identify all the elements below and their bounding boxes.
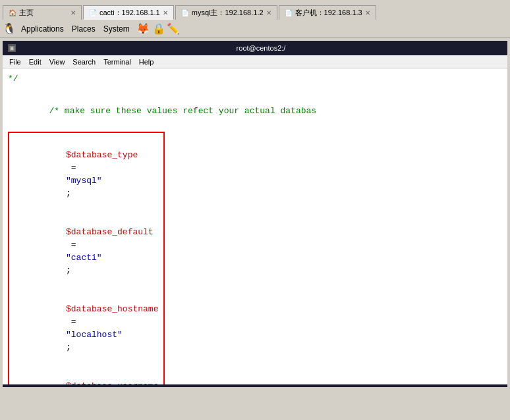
tab-bar: 🏠 主页 ✕ 📄 cacti：192.168.1.1 ✕ 📄 mysql主：19… bbox=[0, 0, 510, 20]
file-menu[interactable]: File bbox=[5, 58, 25, 66]
tab-client[interactable]: 📄 客户机：192.168.1.3 ✕ bbox=[279, 5, 376, 20]
terminal-content: */ /* make sure these values refect your… bbox=[3, 68, 507, 384]
browser-window: 🏠 主页 ✕ 📄 cacti：192.168.1.1 ✕ 📄 mysql主：19… bbox=[0, 0, 510, 390]
tab-close-button[interactable]: ✕ bbox=[163, 9, 168, 16]
var-database-type: $database_type = "mysql" ; bbox=[14, 136, 158, 213]
terminal-titlebar: ▣ root@centos2:/ bbox=[3, 41, 507, 55]
tab-label: mysql主：192.168.1.2 bbox=[192, 8, 264, 18]
search-menu[interactable]: Search bbox=[69, 58, 99, 66]
tab-label: 主页 bbox=[19, 8, 68, 18]
terminal-wrapper: ▣ root@centos2:/ File Edit View Search T… bbox=[0, 38, 510, 390]
page-icon: 📄 bbox=[89, 9, 97, 16]
tab-label: 客户机：192.168.1.3 bbox=[295, 8, 362, 18]
edit-menu[interactable]: Edit bbox=[25, 58, 45, 66]
page-icon: 📄 bbox=[181, 9, 189, 16]
var-database-username: $database_username = "cacti" ; bbox=[14, 367, 158, 384]
code-comment-make-sure: /* make sure these values refect your ac… bbox=[8, 92, 502, 131]
lock-icon: 🔒 bbox=[152, 22, 165, 35]
page-icon: 📄 bbox=[285, 9, 293, 16]
tab-close-button[interactable]: ✕ bbox=[365, 9, 370, 16]
var-database-hostname: $database_hostname = "localhost" ; bbox=[14, 290, 158, 367]
tab-label: cacti：192.168.1.1 bbox=[99, 8, 160, 18]
edit-icon: ✏️ bbox=[167, 22, 180, 35]
terminal-menubar: File Edit View Search Terminal Help bbox=[3, 55, 507, 68]
tab-close-button[interactable]: ✕ bbox=[266, 9, 271, 16]
var-database-default: $database_default = "cacti" ; bbox=[14, 213, 158, 290]
home-icon: 🏠 bbox=[9, 9, 16, 16]
os-icon: 🐧 bbox=[3, 22, 16, 35]
tab-close-button[interactable]: ✕ bbox=[71, 9, 76, 16]
terminal-menu[interactable]: Terminal bbox=[99, 58, 135, 66]
system-menu[interactable]: System bbox=[99, 23, 134, 35]
help-menu[interactable]: Help bbox=[135, 58, 158, 66]
menu-bar: 🐧 Applications Places System 🦊 🔒 ✏️ bbox=[0, 20, 510, 38]
terminal-bottom-border bbox=[3, 384, 507, 387]
view-menu[interactable]: View bbox=[45, 58, 69, 66]
tab-homepage[interactable]: 🏠 主页 ✕ bbox=[3, 5, 82, 20]
terminal-icon: ▣ bbox=[8, 44, 16, 52]
highlighted-vars-block: $database_type = "mysql" ; $database_def… bbox=[8, 132, 165, 384]
code-line-close: */ bbox=[8, 72, 502, 86]
places-menu[interactable]: Places bbox=[68, 23, 99, 35]
tab-cacti[interactable]: 📄 cacti：192.168.1.1 ✕ bbox=[83, 5, 174, 20]
tab-mysql[interactable]: 📄 mysql主：192.168.1.2 ✕ bbox=[175, 5, 277, 20]
applications-menu[interactable]: Applications bbox=[17, 23, 68, 35]
terminal-title: root@centos2:/ bbox=[20, 44, 502, 52]
firefox-icon: 🦊 bbox=[136, 22, 150, 35]
